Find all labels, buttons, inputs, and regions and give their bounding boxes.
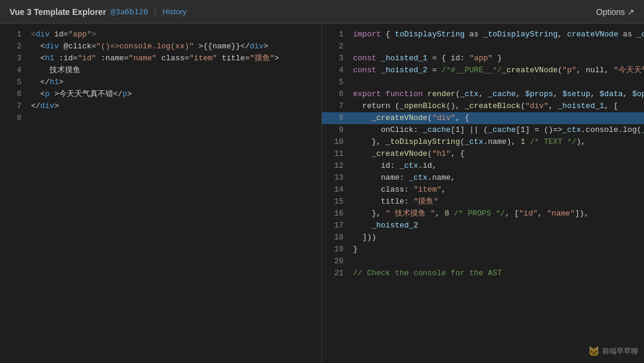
- watermark: 🐱 前端早早聊: [588, 346, 638, 357]
- line-content: const _hoisted_1 = { id: "app" }: [353, 53, 639, 64]
- table-row: 1 import { toDisplayString as _toDisplay…: [322, 29, 644, 41]
- line-number: 9: [327, 124, 343, 136]
- line-content: ])): [353, 232, 639, 244]
- line-number: 3: [327, 53, 343, 64]
- line-content: }: [353, 244, 639, 256]
- line-content: }, _toDisplayString(_ctx.name), 1 /* TEX…: [353, 136, 639, 148]
- line-content: return (_openBlock(), _createBlock("div"…: [353, 100, 639, 112]
- line-number: 5: [5, 76, 21, 88]
- right-panel[interactable]: 1 import { toDisplayString as _toDisplay…: [322, 24, 644, 363]
- table-row: 3 <h1 :id="id" :name="name" class="item"…: [0, 53, 321, 64]
- header-history-link[interactable]: History: [162, 7, 186, 16]
- line-number: 12: [327, 160, 343, 172]
- line-content: _createVNode("h1", {: [353, 148, 639, 160]
- line-content: 技术摸鱼: [31, 64, 317, 76]
- table-row: 19 }: [322, 244, 644, 256]
- line-number: 4: [5, 64, 21, 76]
- editor-container: 1 <div id="app"> 2 <div @click="()=>cons…: [0, 24, 644, 363]
- table-row: 5: [322, 76, 644, 88]
- line-number: 16: [327, 208, 343, 220]
- line-content: title: "摸鱼": [353, 196, 639, 208]
- line-number: 3: [5, 53, 21, 64]
- table-row: 4 const _hoisted_2 = /*#__PURE__*/_creat…: [322, 64, 644, 76]
- line-content: onClick: _cache[1] || (_cache[1] = ()=>_…: [353, 124, 644, 136]
- table-row: 18 ])): [322, 232, 644, 244]
- table-row: 3 const _hoisted_1 = { id: "app" }: [322, 53, 644, 64]
- table-row: 2 <div @click="()=>console.log(xx)" >{{n…: [0, 41, 321, 53]
- table-row: 17 _hoisted_2: [322, 220, 644, 232]
- line-content: </h1>: [31, 76, 317, 88]
- line-content: class: "item",: [353, 184, 639, 196]
- line-number: 4: [327, 64, 343, 76]
- line-number: 2: [327, 41, 343, 53]
- line-content: <div id="app">: [31, 29, 317, 41]
- line-number: 1: [327, 29, 343, 41]
- line-content: _createVNode("div", {: [353, 112, 639, 124]
- watermark-text: 前端早早聊: [602, 346, 638, 356]
- line-number: 10: [327, 136, 343, 148]
- line-number: 13: [327, 172, 343, 184]
- right-code-lines: 1 import { toDisplayString as _toDisplay…: [322, 24, 644, 284]
- line-number: 2: [5, 41, 21, 53]
- table-row: 6 <p >今天天气真不错</p>: [0, 88, 321, 100]
- line-number: 1: [5, 29, 21, 41]
- table-row: 10 }, _toDisplayString(_ctx.name), 1 /* …: [322, 136, 644, 148]
- line-content: // Check the console for the AST: [353, 267, 639, 279]
- line-number: 19: [327, 244, 343, 256]
- table-row: 7 </div>: [0, 100, 321, 112]
- line-content: const _hoisted_2 = /*#__PURE__*/_createV…: [353, 64, 644, 76]
- table-row: 13 name: _ctx.name,: [322, 172, 644, 184]
- header: Vue 3 Template Explorer @3a6b120 | Histo…: [0, 0, 644, 24]
- line-content: name: _ctx.name,: [353, 172, 639, 184]
- line-content: </div>: [31, 100, 317, 112]
- table-row: 11 _createVNode("h1", {: [322, 148, 644, 160]
- line-number: 14: [327, 184, 343, 196]
- line-number: 20: [327, 256, 343, 267]
- line-number: 6: [5, 88, 21, 100]
- line-content: }, " 技术摸鱼 ", 8 /* PROPS */, ["id", "name…: [353, 208, 639, 220]
- table-row: 9 onClick: _cache[1] || (_cache[1] = ()=…: [322, 124, 644, 136]
- table-row: 15 title: "摸鱼": [322, 196, 644, 208]
- left-panel[interactable]: 1 <div id="app"> 2 <div @click="()=>cons…: [0, 24, 322, 363]
- table-row: 4 技术摸鱼: [0, 64, 321, 76]
- table-row: 7 return (_openBlock(), _createBlock("di…: [322, 100, 644, 112]
- line-content: <h1 :id="id" :name="name" class="item" t…: [31, 53, 317, 64]
- header-hash[interactable]: @3a6b120: [111, 7, 148, 16]
- options-button[interactable]: Options ↗: [596, 7, 634, 17]
- table-row: 16 }, " 技术摸鱼 ", 8 /* PROPS */, ["id", "n…: [322, 208, 644, 220]
- line-number: 7: [5, 100, 21, 112]
- table-row: 8 _createVNode("div", {: [322, 112, 644, 124]
- line-number: 17: [327, 220, 343, 232]
- header-left: Vue 3 Template Explorer @3a6b120 | Histo…: [10, 7, 187, 17]
- line-content: import { toDisplayString as _toDisplaySt…: [353, 29, 644, 41]
- table-row: 6 export function render(_ctx, _cache, $…: [322, 88, 644, 100]
- line-number: 7: [327, 100, 343, 112]
- table-row: 5 </h1>: [0, 76, 321, 88]
- table-row: 12 id: _ctx.id,: [322, 160, 644, 172]
- watermark-icon: 🐱: [588, 346, 600, 357]
- header-separator: |: [153, 7, 157, 16]
- left-code-lines: 1 <div id="app"> 2 <div @click="()=>cons…: [0, 24, 321, 129]
- line-number: 8: [327, 112, 343, 124]
- table-row: 21 // Check the console for the AST: [322, 267, 644, 279]
- table-row: 14 class: "item",: [322, 184, 644, 196]
- line-number: 21: [327, 267, 343, 279]
- table-row: 1 <div id="app">: [0, 29, 321, 41]
- line-content: export function render(_ctx, _cache, $pr…: [353, 88, 644, 100]
- line-number: 8: [5, 112, 21, 124]
- table-row: 8: [0, 112, 321, 124]
- line-number: 6: [327, 88, 343, 100]
- line-content: <div @click="()=>console.log(xx)" >{{nam…: [31, 41, 317, 53]
- line-number: 5: [327, 76, 343, 88]
- table-row: 2: [322, 41, 644, 53]
- options-label: Options ↗: [596, 7, 634, 17]
- line-number: 15: [327, 196, 343, 208]
- table-row: 20: [322, 256, 644, 267]
- line-content: id: _ctx.id,: [353, 160, 639, 172]
- line-content: <p >今天天气真不错</p>: [31, 88, 317, 100]
- line-number: 11: [327, 148, 343, 160]
- line-number: 18: [327, 232, 343, 244]
- line-content: _hoisted_2: [353, 220, 639, 232]
- app-title: Vue 3 Template Explorer: [10, 7, 106, 17]
